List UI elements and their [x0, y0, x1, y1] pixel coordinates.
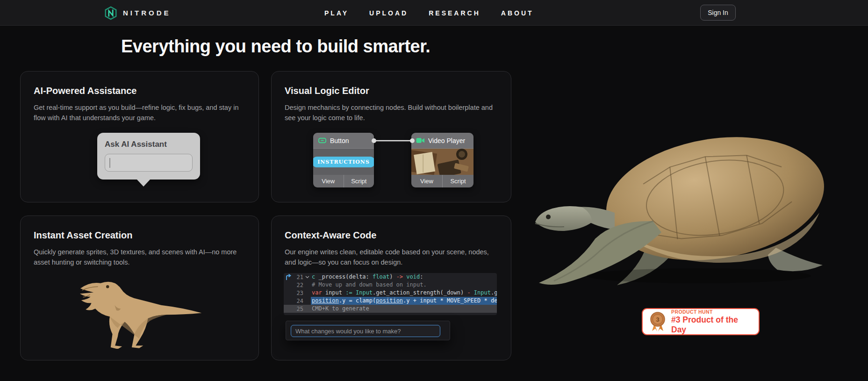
card-description: Get real-time support as you build—refin… [34, 102, 245, 123]
code-token: float [373, 273, 389, 280]
trex-render [72, 272, 204, 349]
code-text: c _process(delta: float) -> void: [311, 273, 497, 281]
card-context-aware-code: Context-Aware Code Our engine writes cle… [271, 216, 511, 360]
code-token: Input [474, 289, 491, 296]
video-thumbnail [411, 149, 473, 175]
code-token: void [406, 273, 420, 280]
code-token: -> [396, 273, 407, 280]
node-video-header: Video Player [411, 133, 473, 149]
line-number: 24 [293, 298, 303, 304]
top-nav: NITRODE PLAY UPLOAD RESEARCH ABOUT Sign … [0, 0, 868, 26]
nav-link-upload[interactable]: UPLOAD [369, 9, 408, 17]
code-editor: 21 c _process(delta: float) -> void: 22 … [284, 273, 497, 315]
node-button-tabs: View Script [313, 175, 374, 187]
node-button-body: Instructions [313, 149, 374, 175]
code-token: := [345, 289, 356, 296]
code-token: ) [389, 273, 396, 280]
video-camera-icon [416, 137, 425, 144]
code-token: input [322, 289, 346, 296]
node-button-header: Button [313, 133, 374, 149]
node-title: Video Player [428, 137, 465, 144]
code-token: .get_action_strength(_down) [373, 289, 467, 296]
code-token: position [376, 297, 403, 304]
code-text: position.y = clamp(position.y + input * … [311, 297, 497, 305]
instructions-badge: Instructions [313, 157, 374, 167]
code-text: var input := Input.get_action_strength(_… [311, 289, 497, 297]
nav-links: PLAY UPLOAD RESEARCH ABOUT [324, 0, 534, 26]
page-title: Everything you need to build smarter. [121, 36, 430, 57]
line-number: 25 [293, 306, 303, 312]
card-title: Visual Logic Editor [285, 86, 498, 96]
code-line: 21 c _process(delta: float) -> void: [284, 273, 497, 281]
brand[interactable]: NITRODE [104, 0, 171, 26]
node-connector [370, 137, 416, 144]
nitrode-logo-icon [104, 6, 118, 20]
line-number: 23 [293, 290, 303, 296]
nav-link-research[interactable]: RESEARCH [429, 9, 481, 17]
tab-script[interactable]: Script [442, 175, 473, 187]
code-line-ghost: 25 CMD+K to generate [284, 305, 497, 313]
card-title: Context-Aware Code [285, 230, 498, 241]
card-visual-logic-editor: Visual Logic Editor Design mechanics by … [271, 71, 511, 202]
code-token: Input [356, 289, 373, 296]
blue-return-arrow-icon [284, 274, 293, 280]
product-hunt-text: PRODUCT HUNT #3 Product of the Day [671, 309, 752, 335]
code-text: CMD+K to generate [311, 305, 497, 313]
product-hunt-kicker: PRODUCT HUNT [671, 309, 752, 315]
svg-text:3: 3 [656, 316, 659, 323]
bronze-medal-icon: 3 [649, 311, 666, 332]
card-instant-asset-creation: Instant Asset Creation Quickly generate … [20, 216, 259, 360]
node-button: Button Instructions View Script [313, 133, 374, 187]
ai-assistant-input[interactable] [105, 154, 193, 172]
tab-view[interactable]: View [313, 175, 344, 187]
turtle-render [521, 115, 827, 288]
node-title: Button [330, 137, 349, 144]
chevron-down-icon[interactable] [303, 275, 311, 279]
code-token: c [312, 273, 318, 280]
brand-name: NITRODE [123, 9, 171, 17]
code-token: .y + input * MOVE_SPEED * del [403, 297, 497, 304]
code-token: _process [318, 273, 345, 280]
nav-link-play[interactable]: PLAY [324, 9, 349, 17]
code-token: var [312, 289, 322, 296]
code-token: : [420, 273, 423, 280]
code-line-highlighted: 24 position.y = clamp(position.y + input… [284, 297, 497, 305]
node-video-player: Video Player View Script [411, 133, 473, 187]
card-ai-assistance: AI-Powered Assistance Get real-time supp… [20, 71, 259, 202]
node-video-body [411, 149, 473, 175]
card-title: AI-Powered Assistance [34, 86, 245, 96]
code-token: .ge [491, 289, 497, 296]
code-token: (delta: [345, 273, 373, 280]
code-token: .y = clamp( [339, 297, 376, 304]
line-number: 21 [293, 274, 303, 280]
page: NITRODE PLAY UPLOAD RESEARCH ABOUT Sign … [0, 0, 868, 381]
text-caret [109, 158, 110, 168]
code-token: CMD+K to generate [312, 305, 369, 312]
card-description: Our engine writes clean, editable code b… [285, 247, 498, 267]
line-number: 22 [293, 282, 303, 288]
button-icon [318, 136, 327, 145]
code-token: # Move up and down based on input. [312, 281, 427, 288]
tab-script[interactable]: Script [344, 175, 374, 187]
card-description: Quickly generate sprites, 3D textures, a… [34, 247, 245, 267]
ai-assistant-bubble: Ask AI Assistant [97, 133, 200, 180]
code-text: # Move up and down based on input. [311, 281, 497, 289]
node-video-tabs: View Script [411, 175, 473, 187]
product-hunt-award: #3 Product of the Day [671, 315, 752, 335]
card-title: Instant Asset Creation [34, 230, 245, 241]
product-hunt-badge[interactable]: 3 PRODUCT HUNT #3 Product of the Day [642, 308, 760, 335]
tab-view[interactable]: View [411, 175, 442, 187]
cmdk-prompt-panel [286, 321, 450, 340]
code-token: position [312, 297, 339, 304]
sign-in-button[interactable]: Sign In [700, 5, 736, 21]
code-line: 22 # Move up and down based on input. [284, 281, 497, 289]
ai-assistant-label: Ask AI Assistant [105, 140, 193, 149]
card-description: Design mechanics by connecting nodes. Bu… [285, 102, 498, 123]
code-line: 23 var input := Input.get_action_strengt… [284, 289, 497, 297]
code-token: - [467, 289, 473, 296]
cmdk-prompt-input[interactable] [291, 325, 440, 337]
nav-link-about[interactable]: ABOUT [501, 9, 534, 17]
